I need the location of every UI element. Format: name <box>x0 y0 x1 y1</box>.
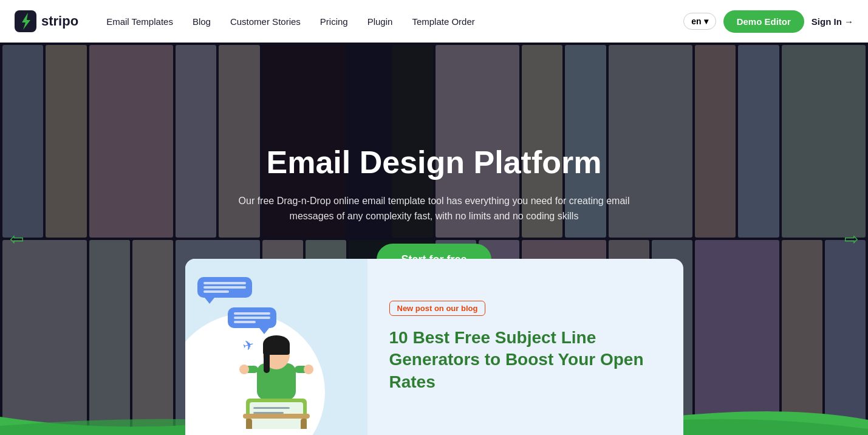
demo-editor-button[interactable]: Demo Editor <box>723 10 804 33</box>
svg-rect-16 <box>253 407 290 409</box>
blog-illustration: ✈ <box>185 259 367 435</box>
nav-plugin[interactable]: Plugin <box>359 12 402 32</box>
svg-rect-19 <box>243 414 310 419</box>
chat-line <box>203 282 246 284</box>
navbar: stripo Email Templates Blog Customer Sto… <box>0 0 868 43</box>
chat-line <box>234 317 270 319</box>
nav-right: en ▾ Demo Editor Sign In → <box>683 10 853 33</box>
svg-rect-9 <box>264 351 270 373</box>
person-illustration <box>234 320 319 429</box>
logo[interactable]: stripo <box>15 10 78 32</box>
chat-line <box>203 290 229 293</box>
chat-line <box>234 321 256 323</box>
svg-rect-21 <box>301 419 307 429</box>
nav-pricing[interactable]: Pricing <box>312 12 357 32</box>
svg-point-12 <box>239 365 249 374</box>
hero-subtitle: Our free Drag-n-Drop online email templa… <box>228 193 641 224</box>
hero-title: Email Design Platform <box>228 145 641 181</box>
nav-links: Email Templates Blog Customer Stories Pr… <box>98 12 683 32</box>
nav-email-templates[interactable]: Email Templates <box>98 12 182 32</box>
bubble-tail <box>205 298 214 304</box>
svg-rect-17 <box>253 412 284 414</box>
language-selector[interactable]: en ▾ <box>683 13 716 30</box>
hero-section: ⇦ Email Design Platform Our free Drag-n-… <box>0 43 868 435</box>
sign-in-button[interactable]: Sign In → <box>812 16 853 27</box>
nav-template-order[interactable]: Template Order <box>403 12 483 32</box>
chat-bubble-2 <box>228 307 276 328</box>
nav-blog[interactable]: Blog <box>184 12 219 32</box>
blog-card: ✈ <box>185 259 683 435</box>
blog-heading: 10 Best Free Subject Line Generators to … <box>389 327 659 393</box>
svg-point-13 <box>304 365 313 374</box>
blog-tag[interactable]: New post on our blog <box>389 301 486 316</box>
lang-label: en <box>691 16 701 26</box>
chat-line <box>234 312 270 315</box>
carousel-prev-button[interactable]: ⇦ <box>10 229 24 249</box>
logo-text: stripo <box>41 13 78 29</box>
nav-customer-stories[interactable]: Customer Stories <box>222 12 309 32</box>
chat-bubble-1 <box>197 277 252 298</box>
carousel-next-button[interactable]: ⇨ <box>844 229 858 249</box>
logo-icon <box>15 10 36 32</box>
chevron-down-icon: ▾ <box>704 16 708 26</box>
chat-line <box>203 286 246 289</box>
svg-rect-20 <box>246 419 252 429</box>
blog-text-area: New post on our blog 10 Best Free Subjec… <box>367 259 683 435</box>
bubble-tail <box>259 328 269 334</box>
